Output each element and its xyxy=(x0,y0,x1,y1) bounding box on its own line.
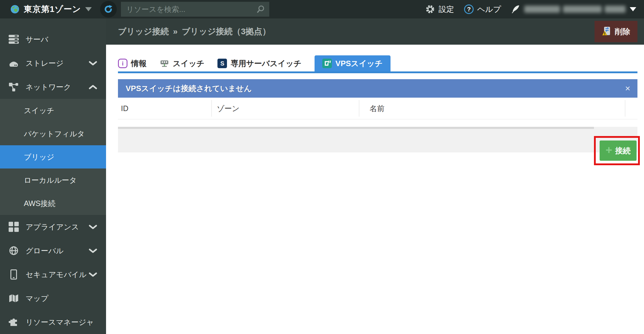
sidebar-item-label: グローバル xyxy=(26,246,63,256)
topbar: 東京第1ゾーン xyxy=(0,0,644,18)
connect-button[interactable]: + 接続 xyxy=(600,141,637,161)
sidebar-item-label: ネットワーク xyxy=(26,82,71,92)
sidebar-item-label: サーバ xyxy=(26,35,48,44)
chevron-up-icon xyxy=(89,85,97,89)
alert-message: VPSスイッチは接続されていません xyxy=(126,83,252,94)
tab-label: VPSスイッチ xyxy=(335,58,382,69)
help-icon: ? xyxy=(464,4,474,14)
breadcrumb: ブリッジ接続 » ブリッジ接続（3拠点） xyxy=(118,26,270,37)
sidebar-item-global[interactable]: グローバル xyxy=(0,239,106,263)
sidebar-item-label: アプライアンス xyxy=(26,222,79,232)
settings-label: 設定 xyxy=(438,4,454,15)
delete-button[interactable]: 削除 xyxy=(595,21,637,42)
alert-banner: VPSスイッチは接続されていません × xyxy=(118,79,637,98)
sidebar-subitem-label: AWS接続 xyxy=(24,199,55,208)
caret-down-icon xyxy=(85,7,92,11)
tab-switch[interactable]: スイッチ xyxy=(160,55,204,71)
column-header-zone: ゾーン xyxy=(217,104,239,113)
sidebar-item-aws[interactable]: AWS接続 xyxy=(0,192,106,215)
breadcrumb-separator: » xyxy=(173,27,178,36)
user-menu[interactable] xyxy=(511,4,636,14)
column-divider xyxy=(359,100,359,117)
sidebar-item-map[interactable]: マップ xyxy=(0,286,106,310)
empty-table-row xyxy=(118,127,637,152)
sidebar-subitem-label: ブリッジ xyxy=(24,152,54,162)
column-divider xyxy=(211,100,212,117)
sidebar-subitem-label: ローカルルータ xyxy=(24,175,77,185)
user-name-redacted xyxy=(524,6,626,13)
settings-button[interactable]: 設定 xyxy=(425,4,454,15)
delete-icon xyxy=(602,26,611,37)
breadcrumb-current: ブリッジ接続（3拠点） xyxy=(182,26,270,37)
network-submenu: スイッチ パケットフィルタ ブリッジ ローカルルータ AWS接続 xyxy=(0,99,106,215)
tab-bar: i 情報 スイッチ S 専用サー xyxy=(118,55,637,73)
page-header: ブリッジ接続 » ブリッジ接続（3拠点） 削除 xyxy=(106,18,644,45)
sidebar-item-label: セキュアモバイル xyxy=(26,270,87,280)
storage-icon xyxy=(8,59,19,68)
switch-icon xyxy=(160,59,169,68)
chevron-down-icon xyxy=(89,61,97,65)
sidebar-item-local-router[interactable]: ローカルルータ xyxy=(0,168,106,192)
sidebar-item-packet-filter[interactable]: パケットフィルタ xyxy=(0,122,106,145)
search-input[interactable] xyxy=(121,5,256,14)
globe-icon xyxy=(10,4,20,14)
sidebar-item-label: ストレージ xyxy=(26,58,63,68)
content-area: i 情報 スイッチ S 専用サー xyxy=(106,55,644,152)
mobile-icon xyxy=(8,269,19,280)
help-button[interactable]: ? ヘルプ xyxy=(464,4,501,15)
help-label: ヘルプ xyxy=(477,4,501,15)
tab-label: スイッチ xyxy=(173,58,204,69)
column-header-name: 名前 xyxy=(370,104,385,113)
sidebar-item-switch[interactable]: スイッチ xyxy=(0,99,106,122)
server-icon xyxy=(8,35,19,44)
app-window: 東京第1ゾーン xyxy=(0,0,644,334)
tab-info[interactable]: i 情報 xyxy=(118,55,147,71)
sidebar-subitem-label: パケットフィルタ xyxy=(24,129,85,139)
sidebar-item-label: マップ xyxy=(26,294,49,303)
row-top-bar xyxy=(118,127,594,129)
puzzle-icon xyxy=(8,317,19,327)
network-icon xyxy=(8,82,19,92)
highlight-annotation: + 接続 xyxy=(594,136,640,165)
appliance-icon xyxy=(8,222,19,232)
table-header: ID ゾーン 名前 xyxy=(118,98,637,119)
gear-icon xyxy=(425,4,435,14)
dedicated-server-icon: S xyxy=(217,59,227,68)
sidebar: サーバ ストレージ xyxy=(0,18,106,334)
vps-icon xyxy=(322,59,332,68)
refresh-icon xyxy=(104,4,113,14)
sidebar-item-resource-manager[interactable]: リソースマネージャ xyxy=(0,310,106,334)
delete-label: 削除 xyxy=(615,26,630,37)
topbar-right: 設定 ? ヘルプ xyxy=(425,4,644,15)
sidebar-item-bridge[interactable]: ブリッジ xyxy=(0,145,106,168)
chevron-down-icon xyxy=(89,248,97,253)
search-box[interactable] xyxy=(121,2,269,17)
tab-vps-switch[interactable]: VPSスイッチ xyxy=(315,55,390,71)
info-icon: i xyxy=(118,59,127,68)
column-header-id: ID xyxy=(121,104,128,113)
sidebar-item-appliance[interactable]: アプライアンス xyxy=(0,215,106,239)
breadcrumb-parent[interactable]: ブリッジ接続 xyxy=(118,26,169,37)
sidebar-item-label: リソースマネージャ xyxy=(26,317,94,327)
refresh-button[interactable] xyxy=(100,1,117,18)
sidebar-subitem-label: スイッチ xyxy=(24,106,54,116)
zone-label: 東京第1ゾーン xyxy=(24,4,81,15)
map-icon xyxy=(8,294,19,303)
tab-label: 専用サーバスイッチ xyxy=(231,58,301,69)
main-panel: ブリッジ接続 » ブリッジ接続（3拠点） 削除 xyxy=(106,18,644,334)
close-icon[interactable]: × xyxy=(625,84,630,93)
tab-label: 情報 xyxy=(131,58,147,69)
sidebar-item-storage[interactable]: ストレージ xyxy=(0,51,106,75)
search-icon xyxy=(256,5,265,14)
sidebar-item-server[interactable]: サーバ xyxy=(0,27,106,51)
chevron-down-icon xyxy=(89,224,97,229)
sidebar-item-network[interactable]: ネットワーク xyxy=(0,75,106,99)
feather-icon xyxy=(511,4,520,14)
chevron-down-icon xyxy=(89,272,97,277)
sidebar-item-secure-mobile[interactable]: セキュアモバイル xyxy=(0,263,106,286)
connect-label: 接続 xyxy=(615,146,631,156)
column-divider xyxy=(625,100,625,117)
globe-outline-icon xyxy=(8,246,19,256)
tab-dedicated-switch[interactable]: S 専用サーバスイッチ xyxy=(217,55,301,71)
zone-selector[interactable]: 東京第1ゾーン xyxy=(0,0,98,18)
